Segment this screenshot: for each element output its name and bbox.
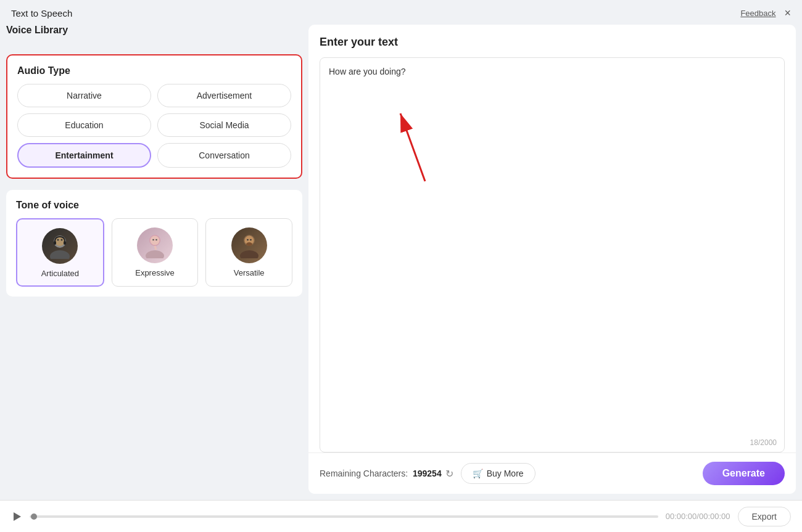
tone-avatar-expressive	[137, 227, 173, 263]
svg-point-17	[240, 250, 258, 258]
svg-rect-5	[54, 241, 56, 245]
versatile-person-icon	[236, 232, 262, 258]
remaining-chars-label: Remaining Characters: 199254	[320, 469, 442, 478]
audio-type-grid: Narrative Advertisement Education Social…	[17, 84, 291, 168]
tone-section: Tone of voice	[6, 190, 302, 297]
title-bar: Text to Speech Feedback ×	[0, 0, 802, 25]
generate-button[interactable]: Generate	[703, 462, 785, 485]
right-panel-inner: Enter your text How are you doing? 18/20…	[308, 25, 796, 452]
tone-avatar-articulated	[42, 228, 78, 264]
svg-point-18	[246, 242, 252, 246]
play-icon	[11, 511, 22, 522]
play-button[interactable]	[11, 511, 22, 522]
feedback-link[interactable]: Feedback	[740, 9, 775, 18]
svg-point-3	[57, 239, 59, 241]
audio-type-title: Audio Type	[17, 65, 291, 76]
audio-btn-advertisement[interactable]: Advertisement	[157, 84, 291, 107]
char-count: 18/2000	[750, 438, 777, 447]
right-bottom: Remaining Characters: 199254 ↻ 🛒 Buy Mor…	[308, 452, 796, 494]
svg-point-8	[151, 236, 160, 245]
close-button[interactable]: ×	[784, 7, 791, 18]
svg-point-15	[247, 239, 249, 241]
enter-text-title: Enter your text	[320, 36, 785, 49]
time-display: 00:00:00/00:00:00	[666, 512, 730, 521]
tone-avatar-versatile	[231, 227, 267, 263]
audio-type-section: Audio Type Narrative Advertisement Educa…	[6, 54, 302, 179]
bottom-actions-left: Remaining Characters: 199254 ↻ 🛒 Buy Mor…	[320, 463, 535, 484]
svg-marker-21	[14, 512, 21, 521]
svg-rect-6	[64, 241, 66, 245]
refresh-icon[interactable]: ↻	[445, 468, 453, 480]
audio-btn-conversation[interactable]: Conversation	[157, 143, 291, 168]
svg-line-12	[155, 246, 156, 250]
svg-point-16	[250, 239, 252, 241]
left-panel: Voice Library Audio Type Narrative Adver…	[6, 25, 308, 494]
playback-bar: 00:00:00/00:00:00 Export	[0, 500, 802, 532]
tone-label-articulated: Articulated	[41, 269, 79, 278]
remaining-chars-value: 199254	[413, 469, 442, 478]
buy-more-label: Buy More	[487, 469, 524, 478]
text-area-wrapper: How are you doing? 18/2000	[320, 57, 785, 452]
tone-grid: Articulated	[16, 218, 292, 287]
tone-label-versatile: Versatile	[234, 268, 265, 277]
app-title: Text to Speech	[11, 8, 72, 18]
main-content: Voice Library Audio Type Narrative Adver…	[0, 25, 802, 500]
audio-btn-narrative[interactable]: Narrative	[17, 84, 151, 107]
text-input[interactable]: How are you doing?	[329, 67, 775, 443]
svg-point-11	[146, 250, 164, 258]
tone-card-expressive[interactable]: Expressive	[112, 218, 199, 287]
title-bar-actions: Feedback ×	[740, 7, 791, 18]
progress-track[interactable]	[30, 515, 658, 518]
audio-btn-social-media[interactable]: Social Media	[157, 113, 291, 137]
svg-point-9	[152, 239, 154, 241]
voice-library-title: Voice Library	[6, 25, 302, 36]
expressive-person-icon	[142, 232, 168, 258]
tone-card-versatile[interactable]: Versatile	[205, 218, 292, 287]
tone-card-articulated[interactable]: Articulated	[16, 218, 104, 287]
tone-title: Tone of voice	[16, 200, 292, 211]
remaining-label-text: Remaining Characters:	[320, 469, 408, 478]
progress-handle	[31, 514, 37, 520]
cart-icon: 🛒	[473, 469, 483, 478]
svg-point-4	[61, 239, 63, 241]
export-button[interactable]: Export	[738, 507, 791, 526]
audio-btn-education[interactable]: Education	[17, 113, 151, 137]
right-panel: Enter your text How are you doing? 18/20…	[308, 25, 796, 494]
articulated-person-icon	[47, 233, 73, 259]
svg-point-1	[50, 250, 70, 259]
tone-label-expressive: Expressive	[135, 268, 175, 277]
audio-btn-entertainment[interactable]: Entertainment	[17, 143, 151, 168]
svg-point-10	[155, 239, 157, 241]
buy-more-button[interactable]: 🛒 Buy More	[461, 463, 535, 484]
